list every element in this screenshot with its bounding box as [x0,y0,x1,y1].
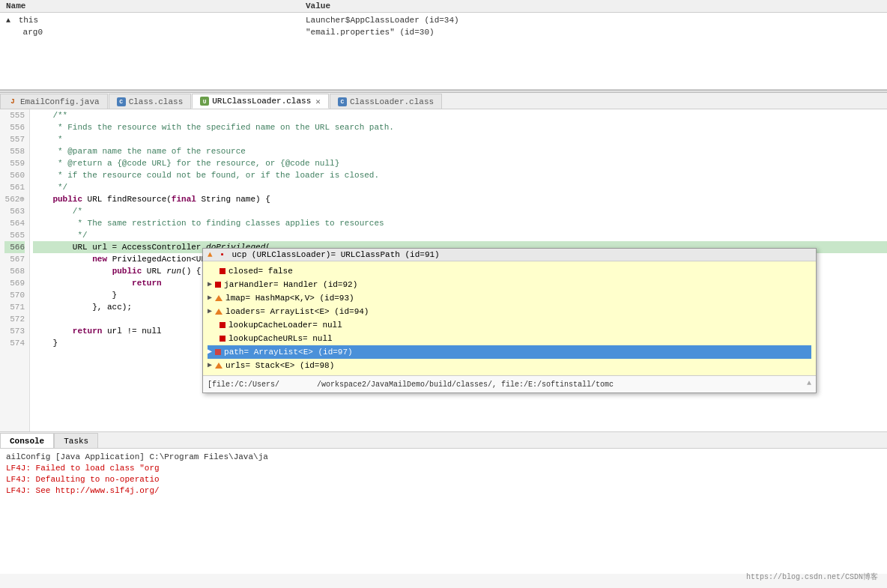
ln-558: 558 [4,145,25,157]
tab-url-close[interactable]: ✕ [315,97,321,106]
ln-574: 574 [4,337,25,349]
ln-569: 569 [4,277,25,289]
popup-text-closed: closed= false [228,264,293,278]
debug-row-arg0-name: arg0 [6,28,306,37]
popup-text-jarhandler: jarHandler= Handler (id=92) [224,278,357,291]
console-line-1: ailConfig [Java Application] C:\Program … [6,452,881,463]
watermark: https://blog.csdn.net/CSDN博客 [746,572,878,582]
ln-573: 573 [4,325,25,337]
popup-row-loaders[interactable]: ▶ loaders= ArrayList<E> (id=94) [208,305,811,318]
tab-console[interactable]: Console [0,433,54,448]
ln-568: 568 [4,265,25,277]
ln-566: 566 [4,241,25,253]
console-tabs: Console Tasks [0,432,887,449]
popup-text-lmap: lmap= HashMap<K,V> (id=93) [225,291,354,305]
arg0-label: arg0 [23,28,43,37]
popup-text-lookupcacheloader: lookupCacheLoader= null [228,318,342,332]
ln-570: 570 [4,289,25,301]
ln-555: 555 [4,109,25,121]
popup-row-closed[interactable]: closed= false [208,264,811,278]
expand-urls[interactable]: ▶ [208,359,212,372]
debug-panel: Name Value ▲ this Launcher$AppClassLoade… [0,0,887,90]
popup-header: ▲ ▪ ucp (URLClassLoader)= URLClassPath (… [203,249,816,261]
tab-class[interactable]: C Class.class [109,94,192,109]
tab-urlclassloader[interactable]: U URLClassLoader.class ✕ [192,94,329,109]
red-square-closed [220,268,225,274]
popup-text-urls: urls= Stack<E> (id=98) [225,359,334,372]
ln-564: 564 [4,217,25,229]
tab-emailconfig-icon: J [8,97,17,106]
triangle-loaders [215,309,222,315]
popup-row-path[interactable]: ▶ path= ArrayList<E> (id=97) [208,345,811,359]
expand-loaders[interactable]: ▶ [208,305,212,318]
popup-text-lookupcacheurls: lookupCacheURLs= null [228,332,333,345]
debug-rows: ▲ this Launcher$AppClassLoader (id=34) a… [0,13,887,89]
editor-area: 555 556 557 558 559 560 561 562⊕ 563 564… [0,109,887,431]
red-square-path [215,349,221,355]
triangle-urls [215,363,222,369]
tab-classloader-label: ClassLoader.class [350,97,434,106]
code-line-557: * [33,133,887,145]
code-line-556: * Finds the resource with the specified … [33,121,887,133]
code-line-555: /** [33,109,887,121]
popup-path-text: [file:/C:/Users/ /workspace2/JavaMailDem… [203,375,816,392]
editor-tabs: J EmailConfig.java C Class.class U URLCl… [0,93,887,109]
triangle-lmap [215,295,222,301]
line-numbers: 555 556 557 558 559 560 561 562⊕ 563 564… [0,109,30,431]
red-square-jarhandler [215,282,221,288]
expand-jarhandler[interactable]: ▶ [208,278,212,291]
popup-text-loaders: loaders= ArrayList<E> (id=94) [225,305,369,318]
debug-row-this-name: ▲ this [6,16,306,25]
code-line-564: * The same restriction to finding classe… [33,217,887,229]
debug-col-value: Value [306,1,881,10]
debug-row-arg0[interactable]: arg0 "email.properties" (id=30) [0,26,887,38]
ln-571: 571 [4,301,25,313]
debug-row-this-value: Launcher$AppClassLoader (id=34) [306,16,881,25]
ln-563: 563 [4,205,25,217]
debug-header: Name Value [0,0,887,13]
ln-567: 567 [4,253,25,265]
expand-path[interactable]: ▶ [208,345,212,359]
popup-row-lookupcacheurls[interactable]: lookupCacheURLs= null [208,332,811,345]
tab-classloader[interactable]: C ClassLoader.class [330,94,442,109]
popup-row-lmap[interactable]: ▶ lmap= HashMap<K,V> (id=93) [208,291,811,305]
code-line-565: */ [33,229,887,241]
ln-561: 561 [4,181,25,193]
ln-572: 572 [4,313,25,325]
tab-class-label: Class.class [129,97,184,106]
tab-emailconfig-label: EmailConfig.java [20,97,100,106]
debug-row-this[interactable]: ▲ this Launcher$AppClassLoader (id=34) [0,14,887,26]
tab-url-icon: U [200,97,209,106]
console-line-3: LF4J: Defaulting to no-operatio [6,474,881,485]
red-square-lookupcacheurls [220,336,225,342]
code-line-563: /* [33,205,887,217]
popup-row-jarhandler[interactable]: ▶ jarHandler= Handler (id=92) [208,278,811,291]
this-label: this [19,16,38,25]
tab-classloader-icon: C [338,97,347,106]
path-scrollbar: ▲ [807,379,811,387]
tab-tasks[interactable]: Tasks [54,433,98,448]
expand-this-icon: ▲ [6,16,10,25]
code-line-561: */ [33,181,887,193]
code-line-560: * if the resource could not be found, or… [33,169,887,181]
tab-emailconfig[interactable]: J EmailConfig.java [0,94,108,109]
debug-row-arg0-value: "email.properties" (id=30) [306,28,881,37]
ln-557: 557 [4,133,25,145]
ln-560: 560 [4,169,25,181]
popup-row-urls[interactable]: ▶ urls= Stack<E> (id=98) [208,359,811,372]
debug-col-name: Name [6,1,306,10]
ln-556: 556 [4,121,25,133]
popup-row-lookupcacheloader[interactable]: lookupCacheLoader= null [208,318,811,332]
debug-tooltip-popup: ▲ ▪ ucp (URLClassLoader)= URLClassPath (… [202,248,817,393]
code-line-558: * @param name the name of the resource [33,145,887,157]
code-line-559: * @return a {@code URL} for the resource… [33,157,887,169]
code-line-562: public URL findResource(final String nam… [33,193,887,205]
expand-lmap[interactable]: ▶ [208,291,212,305]
console-line-2: LF4J: Failed to load class "org [6,463,881,474]
red-square-lookupcacheloader [220,322,225,328]
popup-body: closed= false ▶ jarHandler= Handler (id=… [203,261,816,375]
ln-559: 559 [4,157,25,169]
console-content: ailConfig [Java Application] C:\Program … [0,449,887,574]
ln-565: 565 [4,229,25,241]
ln-562: 562⊕ [4,193,25,205]
